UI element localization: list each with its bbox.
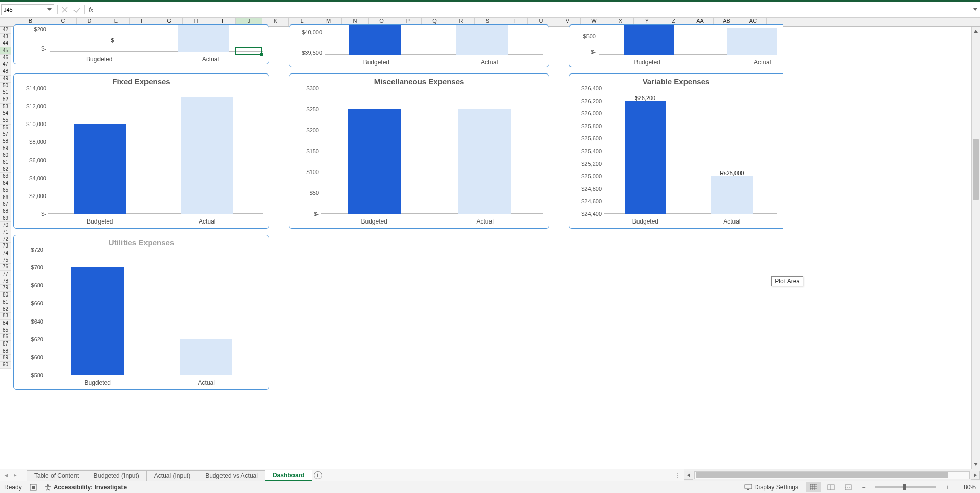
chart-card[interactable]: $40,000 $39,500 Budgeted Actual: [289, 24, 549, 67]
row-header[interactable]: 42: [0, 27, 11, 34]
chart-title: Utilities Expenses: [14, 238, 269, 247]
chart-card[interactable]: $500 $- Budgeted Actual: [569, 24, 783, 67]
sheet-tab[interactable]: Dashboard: [265, 470, 312, 481]
row-header[interactable]: 76: [0, 264, 11, 271]
scroll-down-button[interactable]: [972, 460, 980, 469]
row-header[interactable]: 81: [0, 299, 11, 306]
view-page-layout-button[interactable]: [824, 482, 838, 492]
svg-point-8: [47, 484, 49, 486]
sheet-tab[interactable]: Table of Content: [27, 470, 86, 481]
svg-marker-4: [687, 473, 690, 477]
status-ready: Ready: [4, 484, 22, 491]
row-header[interactable]: 49: [0, 76, 11, 83]
sheet-nav-first[interactable]: ◄: [2, 471, 10, 480]
row-header[interactable]: 83: [0, 313, 11, 320]
zoom-out-button[interactable]: −: [859, 482, 869, 492]
macro-record-icon[interactable]: [29, 483, 37, 491]
row-header[interactable]: 65: [0, 187, 11, 194]
display-settings-button[interactable]: Display Settings: [744, 484, 798, 491]
name-box[interactable]: J45: [1, 4, 54, 15]
chevron-down-icon[interactable]: [46, 7, 52, 12]
row-header[interactable]: 59: [0, 145, 11, 153]
row-header[interactable]: 52: [0, 96, 11, 104]
row-header[interactable]: 78: [0, 278, 11, 285]
scroll-up-button[interactable]: [972, 27, 980, 35]
sheet-tab[interactable]: Budgeted (Input): [86, 470, 146, 481]
row-header[interactable]: 66: [0, 194, 11, 202]
row-header[interactable]: 71: [0, 229, 11, 236]
zoom-slider[interactable]: [875, 486, 936, 488]
row-header[interactable]: 55: [0, 117, 11, 125]
row-header[interactable]: 89: [0, 355, 11, 362]
row-header[interactable]: 84: [0, 320, 11, 327]
row-header[interactable]: 47: [0, 61, 11, 68]
horizontal-scrollbar[interactable]: [684, 469, 980, 481]
row-header[interactable]: 90: [0, 362, 11, 369]
row-header[interactable]: 75: [0, 257, 11, 264]
vscroll-thumb[interactable]: [973, 139, 979, 200]
sheet-cells[interactable]: $200 $- $- Bugdeted Actual $40,000 $39,5…: [11, 27, 980, 469]
row-header[interactable]: 69: [0, 215, 11, 223]
row-header[interactable]: 43: [0, 34, 11, 41]
row-header[interactable]: 51: [0, 89, 11, 96]
cancel-formula-button[interactable]: [59, 4, 71, 15]
svg-rect-11: [810, 484, 817, 490]
fx-icon[interactable]: fx: [86, 6, 96, 13]
row-header[interactable]: 72: [0, 236, 11, 243]
row-header[interactable]: 67: [0, 201, 11, 208]
add-sheet-button[interactable]: +: [312, 469, 324, 481]
row-header[interactable]: 61: [0, 159, 11, 166]
row-header[interactable]: 86: [0, 334, 11, 341]
row-header[interactable]: 73: [0, 243, 11, 250]
row-header[interactable]: 80: [0, 292, 11, 299]
row-header[interactable]: 56: [0, 125, 11, 132]
row-header[interactable]: 70: [0, 222, 11, 229]
zoom-in-button[interactable]: +: [942, 482, 952, 492]
row-header[interactable]: 50: [0, 83, 11, 90]
row-header[interactable]: 64: [0, 180, 11, 187]
row-header[interactable]: 79: [0, 285, 11, 292]
chart-misc-expenses[interactable]: Miscellaneous Expenses $300$250$200$150$…: [289, 73, 549, 229]
row-header[interactable]: 46: [0, 55, 11, 62]
row-headers[interactable]: 4243444546474849505152535455565758596061…: [0, 27, 11, 369]
row-header[interactable]: 74: [0, 250, 11, 257]
select-all-corner[interactable]: [0, 18, 11, 27]
row-header[interactable]: 44: [0, 40, 11, 47]
row-header[interactable]: 82: [0, 306, 11, 313]
row-header[interactable]: 62: [0, 166, 11, 174]
row-header[interactable]: 45: [0, 47, 11, 55]
svg-rect-10: [747, 489, 749, 490]
scroll-left-button[interactable]: [684, 471, 693, 480]
vertical-scrollbar[interactable]: [971, 27, 980, 469]
row-header[interactable]: 60: [0, 152, 11, 159]
row-header[interactable]: 48: [0, 68, 11, 76]
row-header[interactable]: 58: [0, 138, 11, 145]
tab-scroll-handle[interactable]: ⋮: [671, 469, 684, 481]
row-header[interactable]: 85: [0, 327, 11, 334]
chart-variable-expenses[interactable]: Variable Expenses $26,400$26,200$26,000$…: [569, 73, 783, 229]
view-page-break-button[interactable]: [841, 482, 855, 492]
formula-input[interactable]: [96, 4, 961, 15]
row-header[interactable]: 87: [0, 341, 11, 348]
sheet-tab[interactable]: Budgeted vs Actual: [198, 470, 265, 481]
view-normal-button[interactable]: [806, 482, 821, 492]
row-header[interactable]: 63: [0, 173, 11, 180]
row-header[interactable]: 88: [0, 348, 11, 355]
row-header[interactable]: 54: [0, 110, 11, 117]
row-header[interactable]: 77: [0, 271, 11, 278]
chart-utilities-expenses[interactable]: Utilities Expenses $720$700$680$660$640$…: [13, 235, 270, 390]
sheet-nav-prev[interactable]: ▸: [11, 471, 19, 480]
chart-card[interactable]: $200 $- $- Bugdeted Actual: [13, 24, 270, 64]
row-header[interactable]: 68: [0, 208, 11, 215]
display-settings-icon: [744, 484, 752, 491]
accessibility-status[interactable]: Accessibility: Investigate: [44, 484, 127, 491]
status-bar: Ready Accessibility: Investigate Display…: [0, 481, 980, 493]
row-header[interactable]: 57: [0, 131, 11, 138]
sheet-tab[interactable]: Actual (Input): [146, 470, 198, 481]
expand-formula-bar-button[interactable]: [971, 4, 980, 15]
hscroll-thumb[interactable]: [696, 472, 948, 478]
scroll-right-button[interactable]: [971, 471, 980, 480]
accept-formula-button[interactable]: [71, 4, 83, 15]
row-header[interactable]: 53: [0, 104, 11, 111]
chart-fixed-expenses[interactable]: Fixed Expenses $14,000$12,000$10,000$8,0…: [13, 73, 270, 229]
